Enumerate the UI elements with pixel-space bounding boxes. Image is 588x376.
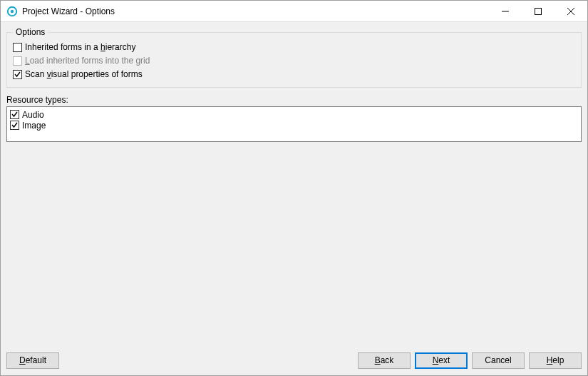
default-button[interactable]: Default — [6, 352, 59, 369]
resource-types-listbox[interactable]: Audio Image — [6, 106, 582, 142]
footer: Default Back Next Cancel Help — [1, 351, 587, 375]
svg-rect-3 — [535, 8, 542, 14]
scan-visual-row[interactable]: Scan visual properties of forms — [13, 68, 575, 81]
next-button[interactable]: Next — [415, 352, 468, 369]
window-controls — [489, 1, 587, 21]
resource-types-label: Resource types: — [6, 95, 582, 105]
load-inherited-label: Load inherited forms into the grid — [25, 56, 150, 66]
maximize-button[interactable] — [522, 1, 555, 21]
scan-visual-label: Scan visual properties of forms — [25, 69, 143, 79]
window-title: Project Wizard - Options — [22, 6, 115, 16]
client-area: Options Inherited forms in a hierarchy L… — [1, 22, 587, 351]
scan-visual-checkbox[interactable] — [13, 70, 22, 79]
window-frame: Project Wizard - Options Options Inherit… — [0, 0, 588, 376]
resource-type-item[interactable]: Audio — [10, 109, 578, 120]
cancel-button[interactable]: Cancel — [472, 352, 525, 369]
close-button[interactable] — [555, 1, 587, 21]
titlebar: Project Wizard - Options — [1, 1, 587, 22]
load-inherited-checkbox — [13, 56, 22, 66]
inherited-forms-checkbox[interactable] — [13, 43, 22, 52]
minimize-button[interactable] — [489, 1, 522, 21]
resource-type-checkbox[interactable] — [10, 110, 19, 119]
resource-type-label: Image — [22, 121, 46, 131]
app-icon — [6, 6, 18, 17]
inherited-forms-row[interactable]: Inherited forms in a hierarchy — [13, 41, 575, 54]
resource-type-label: Audio — [22, 110, 44, 120]
help-button[interactable]: Help — [529, 352, 582, 369]
resource-type-checkbox[interactable] — [10, 121, 19, 130]
back-button[interactable]: Back — [358, 352, 411, 369]
options-groupbox: Options Inherited forms in a hierarchy L… — [6, 32, 582, 88]
svg-point-1 — [11, 9, 14, 12]
options-legend: Options — [13, 27, 48, 37]
load-inherited-row: Load inherited forms into the grid — [13, 54, 575, 67]
inherited-forms-label: Inherited forms in a hierarchy — [25, 42, 135, 52]
resource-type-item[interactable]: Image — [10, 120, 578, 131]
